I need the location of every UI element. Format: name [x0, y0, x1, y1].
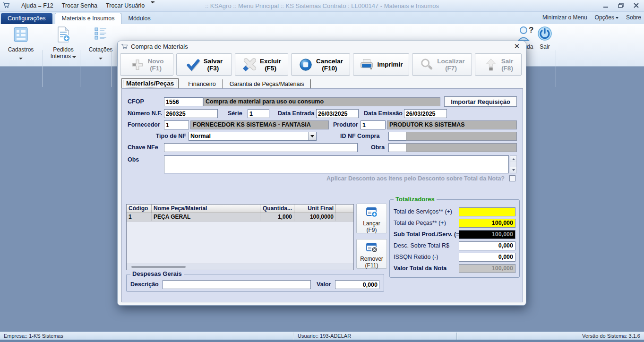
despesas-gerais-title: Despesas Gerais	[130, 270, 184, 277]
tipo-nf-dropdown-icon[interactable]	[308, 132, 316, 140]
remover-button[interactable]: Remover(F11)	[356, 239, 387, 269]
produtor-label: Produtor	[333, 120, 358, 129]
cotacoes-dropdown-icon	[99, 58, 103, 60]
dialog-title: Compra de Materiais	[131, 43, 188, 50]
importar-requisicao-button[interactable]: Importar Requisição	[444, 96, 517, 107]
col-filler	[336, 205, 353, 213]
issqn-label: ISSQN Retido (-)	[394, 253, 438, 262]
ajuda-person-question-icon: ?	[517, 26, 534, 42]
sair-arrow-up-icon	[483, 57, 498, 72]
imprimir-printer-icon	[359, 57, 374, 72]
obra-input[interactable]	[388, 143, 406, 152]
dialog-close-icon[interactable]: ✕	[513, 42, 521, 51]
sair-dialog-button[interactable]: Sair(F8)	[475, 53, 522, 76]
total-pecas-label: Total de Peças** (+)	[394, 219, 446, 228]
cancelar-button[interactable]: Cancelar(F10)	[291, 53, 350, 76]
quick-access-dropdown-icon[interactable]	[151, 1, 155, 10]
restore-button[interactable]	[617, 2, 625, 9]
ribbon-separator	[556, 50, 556, 87]
desconto-total-label: Desc. Sobre Total R$	[394, 241, 449, 250]
dialog-compra-de-materiais: Compra de Materiais ✕ Novo(F1) Salvar(F3…	[117, 41, 526, 306]
numero-nf-label: Número N.F.	[128, 109, 162, 118]
data-emissao-input[interactable]	[404, 109, 447, 118]
col-nome[interactable]: Nome Peça/Material	[152, 205, 260, 213]
issqn-field[interactable]: 0,000	[459, 253, 515, 262]
tipo-nf-value: Normal	[189, 132, 308, 140]
id-nf-compra-input[interactable]	[388, 132, 406, 141]
novo-button[interactable]: Novo(F1)	[120, 53, 173, 76]
menu-trocar-usuario[interactable]: Trocar Usuário	[102, 2, 149, 9]
total-pecas-field[interactable]: 100,000	[459, 219, 515, 228]
statusbar-versao: Versão do Sistema: 3.1.6	[582, 333, 640, 339]
desconto-total-field[interactable]: 0,000	[459, 241, 515, 250]
aplicar-desconto-checkbox[interactable]	[509, 175, 515, 181]
tab-modulos[interactable]: Módulos	[121, 13, 157, 24]
chave-nfe-input[interactable]	[164, 143, 358, 152]
chave-nfe-label: Chave NFe	[128, 143, 158, 152]
itens-grid[interactable]: Código Nome Peça/Material Quantida... Un…	[126, 204, 354, 270]
minimize-button[interactable]	[601, 2, 610, 9]
ribbon-separator	[112, 50, 112, 87]
aplicar-desconto-label: Aplicar Desconto aos itens pelo Desconto…	[264, 175, 505, 182]
serie-input[interactable]	[248, 109, 269, 118]
lancar-button[interactable]: Lançar(F9)	[356, 204, 387, 233]
tab-garantia[interactable]: Garantia de Peças/Materiais	[223, 79, 311, 89]
opcoes-link[interactable]: Opções	[595, 14, 618, 21]
descricao-input[interactable]	[163, 280, 311, 289]
titlebar-divider	[13, 2, 13, 9]
close-button[interactable]	[632, 2, 640, 9]
localizar-magnifier-icon	[419, 57, 434, 72]
serie-label: Série	[228, 109, 242, 118]
excluir-button[interactable]: Excluir(F5)	[235, 53, 288, 76]
totalizadores-groupbox: Totalizadores Total de Serviços** (+) To…	[389, 199, 520, 278]
col-codigo[interactable]: Código	[127, 205, 152, 213]
fornecedor-label: Fornecedor	[128, 120, 160, 129]
tab-configuracoes[interactable]: Configurações	[1, 13, 52, 24]
col-unit-final[interactable]: Unit Final	[294, 205, 336, 213]
ribbon-group-cotacoes[interactable]: Cotações	[81, 26, 120, 64]
obs-textarea[interactable]	[164, 155, 509, 173]
table-row[interactable]: 1 PEÇA GERAL 1,000 100,0000	[127, 213, 353, 222]
total-servicos-field[interactable]	[459, 207, 515, 216]
novo-plus-icon	[130, 57, 145, 72]
grid-scrollbar-thumb[interactable]	[131, 266, 186, 268]
produtor-code-input[interactable]	[361, 120, 386, 129]
dialog-titlebar[interactable]: Compra de Materiais ✕	[118, 41, 526, 52]
tab-materiais-pecas[interactable]: Materiais/Peças	[121, 78, 179, 89]
statusbar-separator	[293, 333, 293, 340]
localizar-button[interactable]: Localizar(F7)	[412, 53, 472, 76]
despesas-gerais-groupbox: Despesas Gerais Descrição Valor	[126, 274, 384, 292]
pedidos-internos-label: PedidosInternos	[44, 46, 83, 60]
descricao-label: Descrição	[130, 280, 159, 289]
lancar-add-icon	[366, 206, 378, 218]
imprimir-button[interactable]: Imprimir	[353, 53, 409, 76]
obs-scrollbar[interactable]	[510, 155, 517, 173]
fornecedor-code-input[interactable]	[164, 120, 189, 129]
materiais-pecas-panel: CFOP Compra de material para uso ou cons…	[121, 88, 523, 302]
id-nf-compra-label: ID NF Compra	[340, 132, 379, 141]
tab-financeiro[interactable]: Financeiro	[181, 79, 223, 89]
col-quantidade[interactable]: Quantida...	[260, 205, 294, 213]
salvar-button[interactable]: Salvar(F3)	[176, 53, 232, 76]
ribbon-group-pedidos-internos[interactable]: PedidosInternos	[44, 26, 83, 64]
scroll-down-icon[interactable]	[510, 167, 516, 173]
ribbon-sair-button[interactable]: Sair	[536, 26, 554, 50]
cotacoes-list-icon	[92, 26, 109, 43]
tipo-nf-combobox[interactable]: Normal	[189, 132, 317, 141]
menu-ajuda[interactable]: Ajuda = F12	[17, 2, 58, 9]
ribbon-group-cadastros[interactable]: Cadastros	[1, 26, 40, 64]
valor-input[interactable]	[335, 280, 379, 289]
totalizadores-title: Totalizadores	[394, 196, 437, 203]
svg-text:?: ?	[529, 26, 533, 34]
minimizar-menu-link[interactable]: Minimizar o Menu	[542, 14, 587, 21]
data-entrada-input[interactable]	[316, 109, 359, 118]
sobre-link[interactable]: Sobre	[626, 14, 641, 21]
numero-nf-input[interactable]	[164, 109, 218, 118]
grid-horizontal-scrollbar[interactable]	[127, 264, 353, 270]
grid-header: Código Nome Peça/Material Quantida... Un…	[127, 205, 353, 213]
tab-materiais-insumos[interactable]: Materiais e Insumos	[55, 13, 122, 24]
menu-trocar-senha[interactable]: Trocar Senha	[58, 2, 102, 9]
scroll-up-icon[interactable]	[510, 156, 516, 162]
pedidos-dropdown-icon	[72, 56, 76, 58]
cfop-input[interactable]	[164, 97, 203, 106]
